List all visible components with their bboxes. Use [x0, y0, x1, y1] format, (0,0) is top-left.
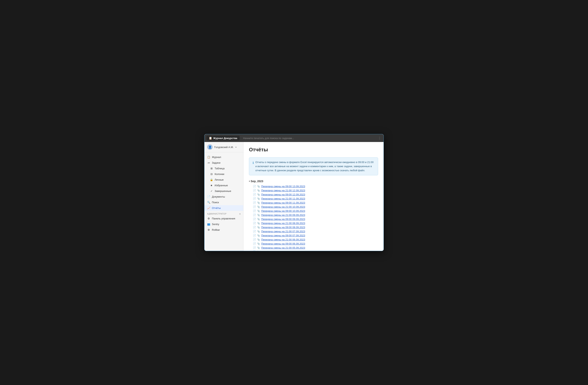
sidebar-item-tasks[interactable]: ≔ Задачи — [205, 160, 243, 166]
clip-icon: 📎 — [257, 251, 260, 251]
check-icon: ✓ — [210, 190, 213, 193]
sidebar-item-columns[interactable]: ⊟ Колонки — [205, 171, 243, 177]
sidebar-item-label: Избранные — [215, 184, 228, 187]
sidebar-item-rollbar[interactable]: ⚙ Rollbar — [205, 227, 243, 233]
report-link[interactable]: Передача смены на 21:00 12.09.2023 — [261, 189, 305, 192]
report-link[interactable]: Передача смены на 09:00 05.09.2023 — [261, 250, 305, 251]
file-icon: 📄 — [253, 222, 256, 225]
list-item: 📄 📎 Передача смены на 09:00 09.09.2023 — [253, 217, 378, 221]
sidebar: 👤 Голдовский А.М. ▾ 📋 Журнал ≔ Задачи ⊞ … — [205, 142, 243, 251]
file-icon: 📄 — [253, 214, 256, 217]
file-icon: 📄 — [253, 209, 256, 212]
user-chevron-icon: ▾ — [235, 146, 236, 148]
brand-label: Журнал Дежурства — [213, 137, 237, 140]
list-item: 📄 📎 Передача смены на 09:00 12.09.2023 — [253, 193, 378, 197]
list-item: 📄 📎 Передача смены на 21:00 06.09.2023 — [253, 238, 378, 242]
file-icon: 📄 — [253, 246, 256, 249]
clip-icon: 📎 — [257, 222, 260, 225]
app-window: 📋 Журнал Дежурства ⋮ 👤 Голдовский А.М. ▾… — [204, 134, 384, 251]
list-item: 📄 📎 Передача смены на 09:00 07.09.2023 — [253, 233, 378, 238]
clip-icon: 📎 — [257, 193, 260, 196]
file-icon: 📄 — [253, 218, 256, 221]
sidebar-item-table[interactable]: ⊞ Таблица — [205, 166, 243, 171]
file-icon: 📄 — [253, 201, 256, 204]
report-link[interactable]: Передача смены на 09:00 10.09.2023 — [261, 209, 305, 212]
sidebar-item-label: Журнал — [212, 156, 221, 159]
report-link[interactable]: Передача смены на 21:00 11.09.2023 — [261, 197, 305, 200]
clip-icon: 📎 — [257, 202, 260, 204]
file-icon: 📄 — [253, 197, 256, 200]
clip-icon: 📎 — [257, 246, 260, 249]
report-link[interactable]: Передача смены на 21:00 10.09.2023 — [261, 205, 305, 208]
sidebar-item-reports[interactable]: 📈 Отчёты — [205, 205, 243, 211]
file-icon: 📄 — [253, 250, 256, 251]
user-menu[interactable]: 👤 Голдовский А.М. ▾ — [205, 142, 243, 152]
list-item: 📄 📎 Передача смены на 21:00 09.09.2023 — [253, 213, 378, 217]
section-dot-icon — [239, 213, 241, 215]
report-link[interactable]: Передача смены на 21:00 08.09.2023 — [261, 222, 305, 225]
info-box: ℹ Отчеты о передаче смены в формате Exce… — [249, 157, 378, 175]
search-input[interactable] — [242, 136, 377, 141]
brand-icon: 📋 — [209, 137, 212, 140]
list-item: 📄 📎 Передача смены на 21:00 11.09.2023 — [253, 197, 378, 201]
list-item: 📄 📎 Передача смены на 21:00 12.09.2023 — [253, 188, 378, 193]
sidebar-item-favorites[interactable]: ★ Избранные — [205, 182, 243, 188]
report-link[interactable]: Передача смены на 09:00 07.09.2023 — [261, 234, 305, 237]
list-item: 📄 📎 Передача смены на 09:00 08.09.2023 — [253, 225, 378, 229]
columns-icon: ⊟ — [210, 173, 213, 176]
report-link[interactable]: Передача смены на 09:00 11.09.2023 — [261, 201, 305, 204]
search-icon: 🔍 — [207, 201, 210, 204]
brand-button[interactable]: 📋 Журнал Дежурства — [206, 136, 240, 141]
clip-icon: 📎 — [257, 230, 260, 233]
info-box-text: Отчеты о передаче смены в формате Excel … — [255, 160, 374, 172]
documents-icon: 📄 — [207, 195, 210, 198]
month-label: Sep, 2023 — [249, 180, 378, 183]
sidebar-item-label: Rollbar — [212, 228, 220, 231]
month-section-sep2023: Sep, 2023 📄 📎 Передача смены на 09:00 13… — [249, 180, 378, 251]
clip-icon: 📎 — [257, 210, 260, 212]
report-link[interactable]: Передача смены на 09:00 08.09.2023 — [261, 226, 305, 229]
clip-icon: 📎 — [257, 226, 260, 229]
lock-icon: 🔒 — [210, 178, 213, 181]
sidebar-item-sentry[interactable]: 👥 Sentry — [205, 221, 243, 227]
clip-icon: 📎 — [257, 205, 260, 208]
sidebar-item-label: Sentry — [212, 223, 219, 226]
sidebar-item-label: Завершенные — [215, 190, 231, 193]
file-icon: 📄 — [253, 205, 256, 208]
sidebar-nav: 📋 Журнал ≔ Задачи ⊞ Таблица ⊟ Колонки 🔒 — [205, 152, 243, 235]
file-icon: 📄 — [253, 193, 256, 196]
file-icon: 📄 — [253, 226, 256, 229]
list-item: 📄 📎 Передача смены на 09:00 13.09.2023 — [253, 184, 378, 188]
sidebar-item-journal[interactable]: 📋 Журнал — [205, 154, 243, 160]
page-title: Отчёты — [249, 147, 378, 153]
list-item: 📄 📎 Передача смены на 21:00 08.09.2023 — [253, 221, 378, 225]
clip-icon: 📎 — [257, 243, 260, 245]
report-link[interactable]: Передача смены на 21:00 05.09.2023 — [261, 246, 305, 249]
panel-icon: ⚙ — [207, 217, 210, 220]
sidebar-item-completed[interactable]: ✓ Завершенные — [205, 188, 243, 194]
admin-section-label: АДМИНИСТРАТОР — [205, 211, 243, 216]
main-layout: 👤 Голдовский А.М. ▾ 📋 Журнал ≔ Задачи ⊞ … — [205, 142, 383, 251]
report-link[interactable]: Передача смены на 09:00 09.09.2023 — [261, 218, 305, 221]
topbar: 📋 Журнал Дежурства ⋮ — [205, 134, 383, 142]
clip-icon: 📎 — [257, 189, 260, 192]
report-link[interactable]: Передача смены на 21:00 07.09.2023 — [261, 230, 305, 233]
avatar: 👤 — [207, 144, 213, 150]
file-icon: 📄 — [253, 242, 256, 245]
sidebar-item-label: Колонки — [215, 173, 224, 176]
file-icon: 📄 — [253, 234, 256, 237]
report-link[interactable]: Передача смены на 09:00 13.09.2023 — [261, 185, 305, 188]
sidebar-item-label: Панель управления — [212, 217, 235, 220]
sidebar-item-personal[interactable]: 🔒 Личные — [205, 177, 243, 182]
report-link[interactable]: Передача смены на 21:00 09.09.2023 — [261, 214, 305, 217]
menu-dots-icon[interactable]: ⋮ — [378, 136, 382, 140]
sidebar-item-panel[interactable]: ⚙ Панель управления — [205, 216, 243, 221]
clip-icon: 📎 — [257, 238, 260, 241]
report-link[interactable]: Передача смены на 09:00 06.09.2023 — [261, 242, 305, 245]
report-link[interactable]: Передача смены на 21:00 06.09.2023 — [261, 238, 305, 241]
report-link[interactable]: Передача смены на 09:00 12.09.2023 — [261, 193, 305, 196]
list-item: 📄 📎 Передача смены на 09:00 05.09.2023 — [253, 250, 378, 251]
list-item: 📄 📎 Передача смены на 09:00 11.09.2023 — [253, 201, 378, 205]
sidebar-item-search[interactable]: 🔍 Поиск — [205, 200, 243, 205]
sidebar-item-documents[interactable]: 📄 Документы — [205, 194, 243, 200]
